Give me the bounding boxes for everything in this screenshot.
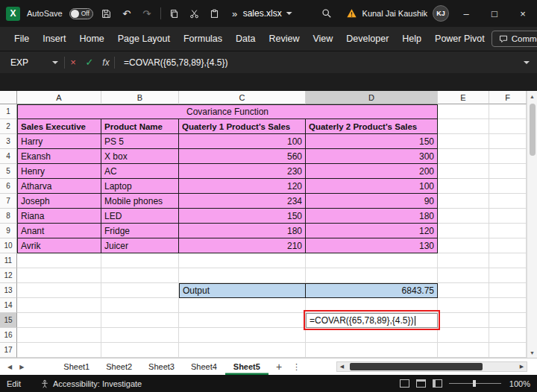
comments-button[interactable]: Comments [492,31,537,47]
vertical-scrollbar[interactable]: ▲ ▼ [527,91,537,358]
cell-F17[interactable] [489,343,527,358]
cell-F10[interactable] [489,238,527,253]
cell-D17[interactable] [306,343,438,358]
cell-C5[interactable]: 230 [179,164,306,179]
cell-E1[interactable] [438,104,489,119]
menu-view[interactable]: View [306,27,339,51]
cell-B8[interactable]: LED [101,209,179,224]
column-header-E[interactable]: E [438,91,489,104]
name-box[interactable]: EXP [4,54,64,71]
cell-C17[interactable] [179,343,306,358]
menu-review[interactable]: Review [262,27,306,51]
scroll-right-icon[interactable]: ▶ [517,364,527,370]
row-header-3[interactable]: 3 [0,134,17,149]
save-icon[interactable] [100,4,113,22]
cut-icon[interactable] [188,4,201,22]
cell-A16[interactable] [17,328,101,343]
cell-E14[interactable] [438,298,489,313]
cell-A14[interactable] [17,298,101,313]
cell-B13[interactable] [101,283,179,298]
cell-B7[interactable]: Mobile phones [101,194,179,209]
accessibility-status[interactable]: Accessibility: Investigate [40,379,142,388]
cell-E4[interactable] [438,149,489,164]
cell-E15[interactable] [438,313,489,328]
cell-E12[interactable] [438,268,489,283]
cell-E16[interactable] [438,328,489,343]
sheet-tab-sheet1[interactable]: Sheet1 [55,358,98,375]
sheet-nav-left-icon[interactable]: ◀ [7,364,12,370]
row-header-14[interactable]: 14 [0,298,17,313]
more-commands-icon[interactable]: » [228,4,242,22]
cell-A7[interactable]: Joseph [17,194,101,209]
cell-F8[interactable] [489,209,527,224]
row-header-7[interactable]: 7 [0,194,17,209]
cell-F2[interactable] [489,119,527,134]
cell-E9[interactable] [438,224,489,238]
menu-data[interactable]: Data [229,27,262,51]
column-header-F[interactable]: F [489,91,527,104]
cell-A17[interactable] [17,343,101,358]
cell-F3[interactable] [489,134,527,149]
column-header-B[interactable]: B [101,91,179,104]
cell-C12[interactable] [179,268,306,283]
row-header-5[interactable]: 5 [0,164,17,179]
cell-C13-output-label[interactable]: Output [179,283,306,298]
cell-C7[interactable]: 234 [179,194,306,209]
cell-C11[interactable] [179,253,306,268]
cell-B17[interactable] [101,343,179,358]
formula-input[interactable]: =COVAR({65,78,89},{4.5}) [124,57,228,68]
close-button[interactable]: × [509,0,537,27]
cell-F13[interactable] [489,283,527,298]
cell-A11[interactable] [17,253,101,268]
row-header-9[interactable]: 9 [0,224,17,238]
cell-D10[interactable]: 130 [306,238,438,253]
cell-B16[interactable] [101,328,179,343]
cell-D2[interactable]: Quaterly 2 Product's Sales [306,119,438,134]
menu-help[interactable]: Help [395,27,428,51]
cell-F9[interactable] [489,224,527,238]
row-header-8[interactable]: 8 [0,209,17,224]
cell-E7[interactable] [438,194,489,209]
select-all-corner[interactable] [0,91,17,104]
cell-F11[interactable] [489,253,527,268]
cell-C6[interactable]: 120 [179,179,306,194]
row-header-6[interactable]: 6 [0,179,17,194]
cell-A6[interactable]: Atharva [17,179,101,194]
cell-A12[interactable] [17,268,101,283]
cell-B10[interactable]: Juicer [101,238,179,253]
all-sheets-icon[interactable]: ⋮ [292,362,301,372]
cell-E11[interactable] [438,253,489,268]
cell-E13[interactable] [438,283,489,298]
cell-F1[interactable] [489,104,527,119]
zoom-level[interactable]: 100% [508,379,530,388]
cell-C14[interactable] [179,298,306,313]
add-sheet-button[interactable]: + [276,361,282,373]
undo-icon[interactable]: ↶ [120,4,134,22]
row-header-13[interactable]: 13 [0,283,17,298]
menu-developer[interactable]: Developer [339,27,395,51]
cell-F4[interactable] [489,149,527,164]
cell-B4[interactable]: X box [101,149,179,164]
cell-F15[interactable] [489,313,527,328]
cell-C4[interactable]: 560 [179,149,306,164]
zoom-slider-knob[interactable] [473,380,476,387]
minimize-button[interactable]: – [452,0,480,27]
cell-D6[interactable]: 100 [306,179,438,194]
cell-E8[interactable] [438,209,489,224]
row-header-2[interactable]: 2 [0,119,17,134]
cell-F6[interactable] [489,179,527,194]
sheet-tab-sheet3[interactable]: Sheet3 [140,358,183,375]
cell-C10[interactable]: 210 [179,238,306,253]
maximize-button[interactable]: □ [480,0,509,27]
cell-A5[interactable]: Henry [17,164,101,179]
page-layout-view-icon[interactable] [416,379,426,388]
cell-B15[interactable] [101,313,179,328]
menu-insert[interactable]: Insert [36,27,72,51]
zoom-slider[interactable] [449,383,501,384]
cell-B3[interactable]: PS 5 [101,134,179,149]
sheet-tab-sheet5[interactable]: Sheet5 [225,358,268,375]
cell-E2[interactable] [438,119,489,134]
row-header-15[interactable]: 15 [0,313,17,328]
cell-A8[interactable]: Riana [17,209,101,224]
sheet-tab-sheet2[interactable]: Sheet2 [98,358,140,375]
